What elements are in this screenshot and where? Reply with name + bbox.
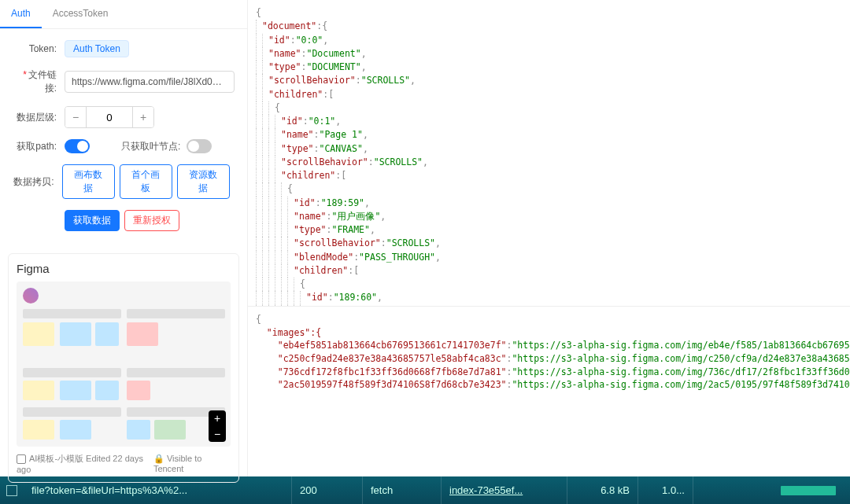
token-label: Token: [13,43,57,54]
btn-canvas-data[interactable]: 画布数据 [62,164,115,199]
zoom-control[interactable]: + − [209,410,226,442]
getpath-label: 获取path: [13,140,57,153]
json-viewer-top[interactable]: { "document":{ "id":"0:0", "name":"Docum… [248,0,850,307]
zoom-in-icon[interactable]: + [209,410,226,426]
row-checkbox[interactable] [6,485,17,496]
zoom-out-icon[interactable]: − [209,426,226,442]
file-icon [17,454,26,464]
btn-resource-data[interactable]: 资源数据 [177,164,230,199]
tab-auth[interactable]: Auth [0,0,42,28]
net-type: fetch [362,476,441,504]
depth-minus[interactable]: − [65,107,86,127]
net-initiator[interactable]: index-73e55ef... [441,476,567,504]
preview-canvas[interactable] [17,281,231,447]
net-size: 6.8 kB [567,476,638,504]
json-viewer-bottom[interactable]: { "images":{ "eb4ef5851ab813664cb6769513… [248,307,850,476]
avatar [23,288,39,304]
fileurl-label: 文件链接: [13,68,57,95]
copy-label: 数据拷贝: [13,175,54,189]
btn-first-artboard[interactable]: 首个画板 [120,164,172,199]
figma-preview: Figma ⛶ [8,253,239,483]
net-waterfall-bar [781,486,836,495]
depth-value[interactable] [86,107,133,127]
net-time: 1.0... [638,476,693,504]
auth-token-tag[interactable]: Auth Token [65,40,129,57]
preview-footer-right: 🔒 Visible to Tencent [153,454,231,473]
leafonly-switch[interactable] [187,139,212,153]
tab-accesstoken[interactable]: AccessToken [42,0,120,28]
depth-stepper[interactable]: − + [65,106,154,128]
preview-title: Figma [17,262,231,275]
preview-footer-left: AI模板-小模版 Edited 22 days ago [17,453,153,474]
depth-label: 数据层级: [13,111,57,124]
getpath-switch[interactable] [65,139,90,153]
btn-fetch-data[interactable]: 获取数据 [65,210,120,231]
leafonly-label: 只获取叶节点: [121,140,180,153]
depth-plus[interactable]: + [133,107,153,127]
fileurl-input[interactable] [65,71,235,93]
net-status: 200 [291,476,362,504]
btn-reauth[interactable]: 重新授权 [124,210,179,231]
tabs: Auth AccessToken [0,0,247,29]
